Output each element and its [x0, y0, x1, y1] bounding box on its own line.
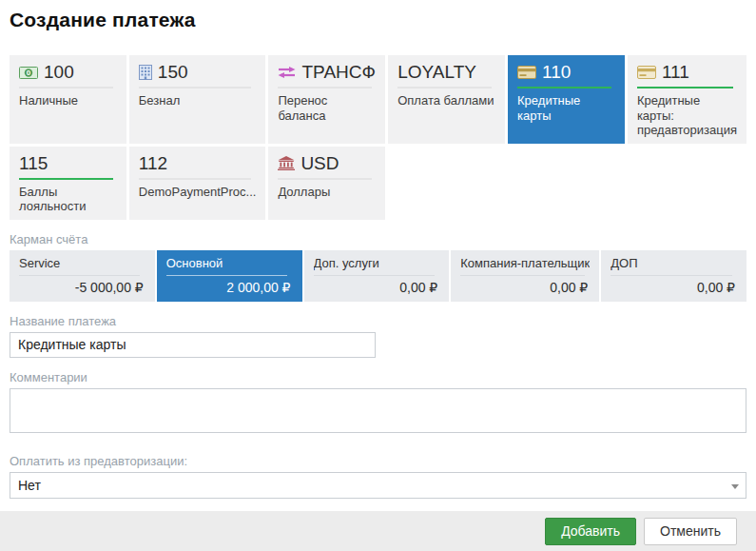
account-pocket-tabs: Service -5 000,00 ₽ Основной 2 000,00 ₽ … — [10, 250, 746, 302]
tile-divider — [517, 87, 611, 89]
building-icon — [139, 65, 152, 80]
payment-method-tile-100[interactable]: 0 100 Наличные — [10, 55, 126, 144]
payment-method-tile-150[interactable]: 150 Безнал — [129, 55, 266, 144]
payment-creation-page: Создание платежа 0 100 Наличные 150 — [0, 0, 756, 551]
pocket-name: ДОП — [611, 256, 737, 270]
pocket-amount: 0,00 ₽ — [611, 280, 737, 295]
payment-method-tiles: 0 100 Наличные 150 Безнал — [10, 55, 746, 220]
tile-name: Перенос баланса — [278, 93, 376, 123]
comments-textarea[interactable] — [10, 388, 746, 433]
tile-code: LOYALTY — [397, 62, 476, 83]
tile-code: 115 — [19, 153, 48, 174]
tile-code: USD — [300, 153, 339, 174]
pocket-amount: 2 000,00 ₽ — [166, 280, 293, 295]
tile-divider — [278, 178, 372, 180]
pocket-divider — [166, 275, 287, 276]
tile-name: Доллары — [278, 185, 376, 200]
pocket-name: Компания-плательщик — [460, 256, 590, 270]
tile-divider — [397, 87, 492, 89]
pocket-amount: 0,00 ₽ — [314, 280, 440, 295]
tile-name: DemoPaymentProc... — [139, 185, 257, 200]
payment-method-tile-115[interactable]: 115 Баллы лояльности — [10, 147, 126, 220]
pocket-tab-service[interactable]: Service -5 000,00 ₽ — [10, 250, 155, 302]
tile-name: Кредитные карты — [517, 93, 615, 123]
pocket-divider — [460, 275, 585, 276]
preauth-selected-value: Нет — [18, 478, 41, 493]
credit-card-icon — [517, 66, 536, 79]
payment-method-tile-110[interactable]: 110 Кредитные карты — [508, 55, 625, 144]
pocket-name: Доп. услуги — [314, 256, 440, 270]
tile-name: Кредитные карты: предавторизация — [637, 93, 737, 138]
tile-code: ТРАНСФ — [301, 62, 376, 83]
tile-divider — [637, 87, 733, 89]
preauth-select[interactable]: Нет — [10, 472, 746, 499]
preauth-label: Оплатить из предавторизации: — [10, 454, 746, 468]
tile-name: Наличные — [19, 93, 117, 108]
pocket-section-label: Карман счёта — [10, 232, 746, 246]
transfer-arrows-icon — [278, 67, 296, 78]
tile-divider — [19, 87, 113, 89]
action-footer: Добавить Отменить — [0, 511, 756, 551]
pocket-amount: -5 000,00 ₽ — [19, 280, 145, 295]
tile-divider — [19, 178, 113, 180]
pocket-tab-extra-services[interactable]: Доп. услуги 0,00 ₽ — [304, 250, 450, 302]
payment-method-tile-transfer[interactable]: ТРАНСФ Перенос баланса — [268, 55, 385, 144]
tile-code: 100 — [44, 62, 74, 83]
svg-text:0: 0 — [27, 69, 31, 77]
pocket-amount: 0,00 ₽ — [460, 280, 590, 295]
pocket-divider — [314, 275, 435, 276]
tile-name: Безнал — [139, 93, 257, 108]
bank-building-icon — [278, 156, 295, 170]
tile-divider — [278, 87, 372, 89]
pocket-name: Service — [19, 256, 145, 270]
tile-name: Оплата баллами — [397, 93, 495, 108]
tile-divider — [139, 178, 252, 180]
tile-divider — [139, 87, 252, 89]
tile-code: 111 — [662, 62, 689, 83]
payment-method-tile-usd[interactable]: USD Доллары — [268, 147, 385, 220]
payment-method-tile-112[interactable]: 112 DemoPaymentProc... — [129, 147, 266, 220]
tile-code: 110 — [542, 62, 571, 83]
pocket-divider — [611, 275, 731, 276]
tile-code: 150 — [158, 62, 188, 83]
payment-name-label: Название платежа — [10, 314, 746, 328]
pocket-tab-dop[interactable]: ДОП 0,00 ₽ — [601, 250, 746, 302]
tile-name: Баллы лояльности — [19, 185, 117, 214]
payment-method-tile-loyalty[interactable]: LOYALTY Оплата баллами — [388, 55, 505, 144]
tile-code: 112 — [139, 153, 167, 174]
pocket-name: Основной — [166, 256, 293, 270]
credit-card-icon — [637, 66, 656, 79]
page-title: Создание платежа — [10, 9, 746, 31]
pocket-tab-main[interactable]: Основной 2 000,00 ₽ — [157, 250, 302, 302]
comments-label: Комментарии — [10, 370, 746, 384]
add-button[interactable]: Добавить — [545, 518, 636, 545]
payment-name-input[interactable] — [10, 332, 376, 358]
cancel-button[interactable]: Отменить — [644, 518, 737, 545]
pocket-tab-payer-company[interactable]: Компания-плательщик 0,00 ₽ — [451, 250, 599, 302]
payment-method-tile-111[interactable]: 111 Кредитные карты: предавторизация — [628, 55, 746, 144]
cash-banknote-icon: 0 — [19, 67, 38, 79]
chevron-down-icon — [731, 484, 739, 489]
pocket-divider — [19, 275, 140, 276]
